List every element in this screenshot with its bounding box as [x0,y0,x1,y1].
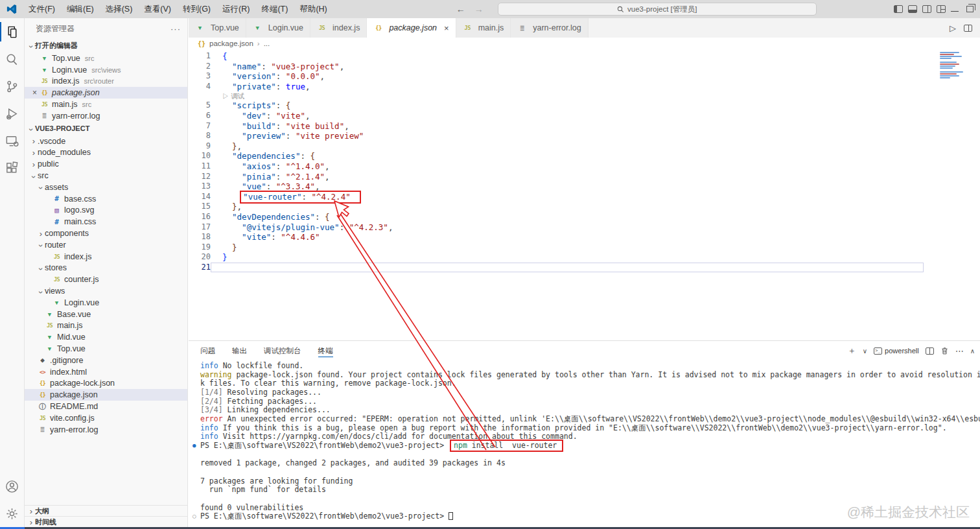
open-editor-index.js[interactable]: JSindex.jssrc\router [25,76,187,88]
panel-tab-终端[interactable]: 终端 [318,341,333,360]
menu-运行[interactable]: 运行(R) [216,2,255,16]
tab-yarn-error.log[interactable]: ≣yarn-error.log [511,18,588,38]
section-大纲[interactable]: ›大纲 [25,505,187,516]
code-line-6[interactable]: 6 "dev": "vite", [189,111,980,121]
codelens-debug[interactable]: ▷ 调试 [189,91,980,100]
code-line-14[interactable]: 14 "vue-router": "^4.2.4" [189,192,980,202]
tab-index.js[interactable]: JSindex.js [310,18,367,38]
source-control-icon[interactable] [0,73,25,100]
close-icon[interactable]: × [30,88,40,97]
split-editor-icon[interactable] [964,25,972,32]
project-root-header[interactable]: › VUE3-PROJECT [25,122,187,135]
breadcrumb[interactable]: {} package.json › ... [189,38,980,49]
tab-Login.vue[interactable]: ▼Login.vue [246,18,310,38]
open-editor-yarn-error.log[interactable]: ≣yarn-error.log [25,110,187,122]
open-editor-main.js[interactable]: JSmain.jssrc [25,99,187,110]
code-line-1[interactable]: 1{ [189,51,980,62]
tree-item-node_modules[interactable]: ›node_modules [25,147,187,159]
tree-item-stores[interactable]: ›stores [25,263,187,274]
tree-item-counter.js[interactable]: JScounter.js [25,274,187,285]
code-line-19[interactable]: 19 } [189,242,980,253]
tree-item-vite.config.js[interactable]: JSvite.config.js [25,412,187,424]
panel-tab-调试控制台[interactable]: 调试控制台 [264,341,301,360]
code-line-2[interactable]: 2 "name": "vue3-project", [189,62,980,72]
code-line-18[interactable]: 18 "vite": "^4.4.6" [189,232,980,242]
code-line-8[interactable]: 8 "preview": "vite preview" [189,131,980,141]
terminal-dropdown-icon[interactable]: ∨ [863,347,867,355]
open-editors-header[interactable]: › 打开的编辑器 [25,39,187,53]
open-editor-package.json[interactable]: ×{}package.json [25,87,187,99]
code-line-12[interactable]: 12 "pinia": "^2.1.4", [189,172,980,182]
open-editor-Top.vue[interactable]: ▼Top.vuesrc [25,53,187,64]
tab-Top.vue[interactable]: ▼Top.vue [189,18,246,38]
tree-item-Base.vue[interactable]: ▼Base.vue [25,309,187,320]
close-tab-icon[interactable]: × [444,23,449,33]
settings-gear-icon[interactable] [0,500,25,527]
code-line-7[interactable]: 7 "build": "vite build", [189,121,980,132]
menu-编辑[interactable]: 编辑(E) [61,2,100,16]
kill-terminal-icon[interactable] [940,346,949,355]
code-line-17[interactable]: 17 "@vitejs/plugin-vue": "^4.2.3", [189,222,980,233]
tree-item-base.css[interactable]: #base.css [25,193,187,205]
section-时间线[interactable]: ›时间线 [25,516,187,527]
terminal-instance[interactable]: >_ powershell [874,347,919,355]
tree-item-Login.vue[interactable]: ▼Login.vue [25,297,187,309]
code-line-3[interactable]: 3 "version": "0.0.0", [189,71,980,82]
toggle-panel-icon[interactable] [908,5,917,13]
code-line-16[interactable]: 16 "devDependencies": { [189,212,980,222]
restore-window-icon[interactable] [966,6,974,12]
panel-tab-问题[interactable]: 问题 [200,341,215,360]
open-editor-Login.vue[interactable]: ▼Login.vuesrc\views [25,64,187,76]
tree-item-src[interactable]: ›src [25,170,187,182]
command-center-search[interactable]: vue3-project [管理员] [498,3,817,16]
back-arrow-icon[interactable]: ← [456,4,465,14]
tree-item-main.css[interactable]: #main.css [25,216,187,228]
tab-main.js[interactable]: JSmain.js [456,18,511,38]
tree-item-index.js[interactable]: JSindex.js [25,251,187,263]
menu-查看[interactable]: 查看(V) [138,2,177,16]
code-line-20[interactable]: 20} [189,252,980,263]
run-file-icon[interactable]: ▷ [950,23,956,33]
account-icon[interactable] [0,473,25,500]
code-line-21[interactable]: 21 [189,263,980,273]
tree-item-README.md[interactable]: ⓘREADME.md [25,401,187,412]
tree-item-assets[interactable]: ›assets [25,182,187,193]
tab-package.json[interactable]: {}package.json× [367,18,456,38]
remote-explorer-icon[interactable] [0,127,25,154]
tree-item-yarn-error.log[interactable]: ≣yarn-error.log [25,424,187,436]
explorer-icon[interactable] [0,18,25,45]
tree-item-main.js[interactable]: JSmain.js [25,320,187,332]
tree-item-index.html[interactable]: <>index.html [25,366,187,378]
run-debug-icon[interactable] [0,100,25,127]
tree-item-Mid.vue[interactable]: ▼Mid.vue [25,331,187,343]
tree-item-public[interactable]: ›public [25,158,187,170]
minimap[interactable] [937,51,971,129]
terminal-output[interactable]: info No lockfile found.warning package-l… [194,362,977,527]
toggle-secondary-sidebar-icon[interactable] [922,5,931,13]
tree-item-views[interactable]: ›views [25,285,187,297]
menu-终端[interactable]: 终端(T) [255,2,294,16]
search-icon[interactable] [0,45,25,73]
new-terminal-icon[interactable]: ＋ [848,345,856,357]
tree-item-.vscode[interactable]: ›.vscode [25,135,187,147]
minimize-icon[interactable] [951,11,959,12]
tree-item-package-lock.json[interactable]: {}package-lock.json [25,378,187,390]
code-line-9[interactable]: 9 }, [189,141,980,152]
panel-tab-输出[interactable]: 输出 [232,341,247,360]
tree-item-router[interactable]: ›router [25,239,187,251]
menu-文件[interactable]: 文件(F) [23,2,61,16]
forward-arrow-icon[interactable]: → [474,4,484,14]
code-line-4[interactable]: 4 "private": true, [189,82,980,92]
code-line-5[interactable]: 5 "scripts": { [189,100,980,111]
panel-more-actions-icon[interactable]: ⋯ [955,346,964,356]
maximize-panel-icon[interactable]: ∧ [970,347,975,355]
split-terminal-icon[interactable] [926,347,934,355]
tree-item-logo.svg[interactable]: ▧logo.svg [25,205,187,217]
tree-item-components[interactable]: ›components [25,228,187,239]
menu-选择[interactable]: 选择(S) [100,2,139,16]
extensions-icon[interactable] [0,154,25,182]
menu-转到[interactable]: 转到(G) [177,2,216,16]
more-actions-icon[interactable]: ··· [170,24,181,34]
code-line-10[interactable]: 10 "dependencies": { [189,151,980,161]
toggle-sidebar-icon[interactable] [894,5,903,13]
